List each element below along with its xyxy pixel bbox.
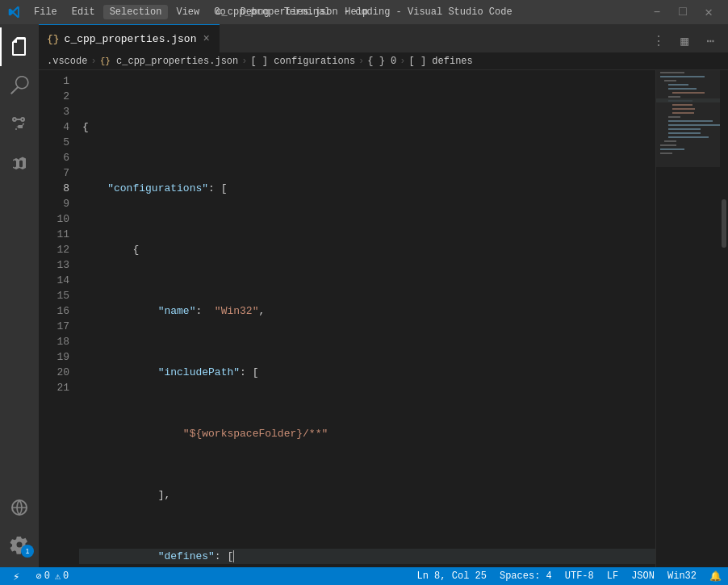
- line-num-18: 18: [39, 334, 69, 349]
- more-actions-button[interactable]: ⋯: [699, 30, 722, 52]
- tab-close-button[interactable]: ×: [201, 31, 211, 47]
- line-num-3: 3: [39, 104, 69, 119]
- minimap: [655, 70, 720, 567]
- activity-remote[interactable]: [0, 488, 39, 527]
- line-num-2: 2: [39, 89, 69, 104]
- activity-search[interactable]: [0, 66, 39, 105]
- status-bar: ⚡ ⊘ 0 ⚠ 0 Ln 8, Col 25 Spaces: 4 UTF-8 L…: [0, 567, 728, 585]
- main-container: 1 {} c_cpp_properties.json × ⋮ ▦ ⋯ .vsco…: [0, 24, 728, 567]
- status-position[interactable]: Ln 8, Col 25: [411, 567, 493, 585]
- line-num-9: 9: [39, 196, 69, 211]
- breadcrumb-sep-4: ›: [400, 56, 405, 67]
- extensions-icon: [10, 153, 29, 173]
- menu-selection[interactable]: Selection: [103, 5, 169, 19]
- breadcrumb-file-icon: {}: [100, 56, 111, 66]
- vscode-logo: [8, 6, 21, 19]
- menu-file[interactable]: File: [27, 5, 64, 19]
- code-editor[interactable]: 1 2 3 4 5 6 7 8 9 10 11 12 13 14 15 16 1…: [39, 70, 728, 567]
- vertical-scrollbar[interactable]: [720, 70, 728, 567]
- menu-view[interactable]: View: [169, 5, 206, 19]
- activity-explorer[interactable]: [0, 27, 39, 66]
- breadcrumb-sep-3: ›: [358, 56, 364, 67]
- status-platform[interactable]: Win32: [661, 567, 703, 585]
- line-num-7: 7: [39, 165, 69, 181]
- tab-actions: ⋮ ▦ ⋯: [647, 30, 728, 52]
- status-encoding[interactable]: UTF-8: [559, 567, 600, 585]
- titlebar-title: c_cpp_properties.json - coding - Visual …: [215, 6, 512, 18]
- status-left: ⚡ ⊘ 0 ⚠ 0: [0, 567, 82, 585]
- status-eol[interactable]: LF: [600, 567, 625, 585]
- breadcrumb-defines[interactable]: [ ] defines: [409, 56, 473, 67]
- search-icon: [10, 76, 29, 95]
- code-line-5: "includePath": [: [79, 365, 655, 380]
- breadcrumb: .vscode › {} c_cpp_properties.json › [ ]…: [39, 52, 728, 70]
- toggle-layout-button[interactable]: ▦: [673, 30, 696, 52]
- line-num-10: 10: [39, 211, 69, 227]
- code-line-4: "name": "Win32",: [79, 303, 655, 319]
- activity-bar: 1: [0, 24, 39, 567]
- notification-bell-icon: 🔔: [709, 570, 722, 583]
- code-line-3: {: [79, 242, 655, 257]
- warning-count: 0: [63, 570, 69, 582]
- activity-source-control[interactable]: [0, 105, 39, 144]
- breadcrumb-configurations[interactable]: [ ] configurations: [250, 56, 355, 67]
- tab-file-icon: {}: [47, 33, 60, 45]
- line-num-16: 16: [39, 303, 69, 319]
- close-button[interactable]: ✕: [697, 1, 720, 23]
- error-count: 0: [44, 570, 50, 582]
- breadcrumb-sep-1: ›: [90, 56, 96, 67]
- status-language[interactable]: JSON: [625, 567, 661, 585]
- settings-badge: 1: [21, 545, 34, 558]
- split-editor-button[interactable]: ⋮: [647, 30, 670, 52]
- titlebar: File Edit Selection View Go Debug Termin…: [0, 0, 728, 24]
- line-num-5: 5: [39, 135, 69, 150]
- status-right: Ln 8, Col 25 Spaces: 4 UTF-8 LF JSON Win…: [411, 567, 728, 585]
- warning-icon: ⚠: [55, 570, 61, 583]
- code-line-8: "defines": [: [79, 549, 655, 564]
- line-num-14: 14: [39, 273, 69, 288]
- line-num-21: 21: [39, 380, 69, 395]
- breadcrumb-0[interactable]: { } 0: [367, 56, 396, 67]
- activity-bottom: 1: [0, 525, 39, 567]
- line-num-19: 19: [39, 349, 69, 365]
- code-line-2: "configurations": [: [79, 181, 655, 196]
- code-line-7: ],: [79, 487, 655, 503]
- status-spaces[interactable]: Spaces: 4: [493, 567, 559, 585]
- tab-filename: c_cpp_properties.json: [65, 33, 197, 45]
- active-tab[interactable]: {} c_cpp_properties.json ×: [39, 24, 220, 52]
- minimize-button[interactable]: –: [646, 1, 668, 23]
- line-num-8: 8: [39, 181, 69, 196]
- line-num-6: 6: [39, 150, 69, 165]
- code-content[interactable]: { "configurations": [ { "name": "Win32",: [79, 70, 655, 567]
- error-icon: ⊘: [36, 570, 41, 583]
- menu-edit[interactable]: Edit: [65, 5, 102, 19]
- remote-icon: ⚡: [13, 570, 19, 583]
- line-num-13: 13: [39, 257, 69, 273]
- status-notifications[interactable]: 🔔: [703, 567, 728, 585]
- titlebar-controls: – □ ✕: [646, 1, 720, 23]
- code-line-6: "${workspaceFolder}/**": [79, 426, 655, 441]
- scrollbar-thumb[interactable]: [722, 199, 726, 248]
- source-control-icon: [10, 115, 29, 134]
- line-num-12: 12: [39, 242, 69, 257]
- breadcrumb-sep-2: ›: [241, 56, 247, 67]
- status-errors[interactable]: ⊘ 0 ⚠ 0: [29, 567, 75, 585]
- line-num-17: 17: [39, 319, 69, 334]
- line-num-20: 20: [39, 365, 69, 380]
- explorer-icon: [10, 37, 30, 56]
- line-num-1: 1: [39, 73, 69, 89]
- cursor: [233, 550, 234, 562]
- code-line-1: {: [79, 119, 655, 135]
- status-remote[interactable]: ⚡: [6, 567, 26, 585]
- line-numbers: 1 2 3 4 5 6 7 8 9 10 11 12 13 14 15 16 1…: [39, 70, 79, 567]
- activity-extensions[interactable]: [0, 144, 39, 182]
- breadcrumb-file[interactable]: {} c_cpp_properties.json: [100, 56, 239, 67]
- line-num-4: 4: [39, 119, 69, 135]
- tab-bar: {} c_cpp_properties.json × ⋮ ▦ ⋯: [39, 24, 728, 52]
- activity-settings[interactable]: 1: [0, 525, 39, 564]
- maximize-button[interactable]: □: [672, 1, 694, 23]
- editor-area: {} c_cpp_properties.json × ⋮ ▦ ⋯ .vscode…: [39, 24, 728, 567]
- minimap-viewport: [656, 70, 720, 167]
- remote-icon: [10, 498, 29, 517]
- breadcrumb-vscode[interactable]: .vscode: [47, 56, 87, 67]
